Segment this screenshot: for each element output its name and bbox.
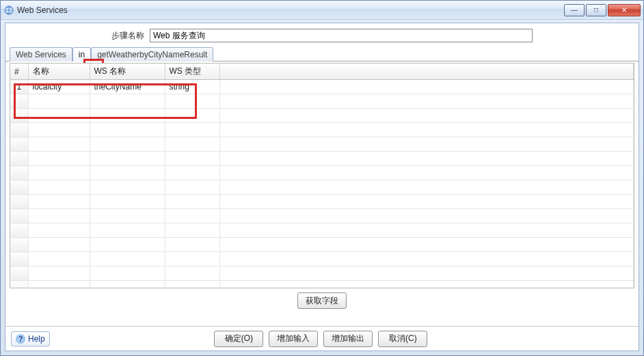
table-row[interactable]: 1 localcity theCityName string <box>10 80 634 94</box>
table-row-empty: ..... <box>10 252 634 266</box>
table-row-empty: ..... <box>10 152 634 166</box>
ok-button[interactable]: 确定(O) <box>214 331 263 347</box>
table-header-row: # 名称 WS 名称 WS 类型 <box>10 64 634 80</box>
table-row-empty: ..... <box>10 209 634 223</box>
parameters-table: # 名称 WS 名称 WS 类型 1 localcity theCityName… <box>10 64 634 288</box>
step-name-label: 步骤名称 <box>111 30 144 42</box>
add-input-button[interactable]: 增加输入 <box>269 331 318 347</box>
tab-getweather-result[interactable]: getWeatherbyCityNameResult <box>91 47 213 61</box>
cell-blank <box>219 80 634 94</box>
client-area: 步骤名称 Web Services in getWeatherbyCityNam… <box>5 23 639 351</box>
dialog-window: Web Services — □ ✕ 步骤名称 Web Services in … <box>0 0 644 356</box>
col-header-index[interactable]: # <box>10 64 28 80</box>
app-icon <box>3 5 14 16</box>
add-output-button[interactable]: 增加输出 <box>323 331 373 347</box>
table-row-empty: ..... <box>10 137 634 152</box>
step-name-input[interactable] <box>150 29 533 42</box>
cell-index: 1 <box>10 80 28 94</box>
table-row-empty: ..... <box>10 281 634 289</box>
table-row-empty: ..... <box>10 223 634 238</box>
col-header-wstype[interactable]: WS 类型 <box>165 64 219 80</box>
window-controls: — □ ✕ <box>563 4 641 16</box>
cell-wsname[interactable]: theCityName <box>90 80 165 94</box>
titlebar[interactable]: Web Services — □ ✕ <box>1 1 643 20</box>
table-row-empty: ..... <box>10 109 634 123</box>
table-row-empty: ..... <box>10 94 634 109</box>
close-button[interactable]: ✕ <box>608 4 641 16</box>
dialog-buttons: 确定(O) 增加输入 增加输出 取消(C) <box>50 331 592 347</box>
col-header-wsname[interactable]: WS 名称 <box>90 64 165 80</box>
step-name-row: 步骤名称 <box>5 23 639 46</box>
cancel-button[interactable]: 取消(C) <box>378 331 427 347</box>
tab-in[interactable]: in <box>72 47 91 61</box>
table-row-empty: ..... <box>10 238 634 252</box>
table-row-empty: ..... <box>10 195 634 209</box>
table-row-empty: ..... <box>10 266 634 281</box>
table-row-empty: ..... <box>10 166 634 180</box>
table-row-empty: ..... <box>10 123 634 137</box>
help-label: Help <box>28 334 45 344</box>
parameters-table-wrap: # 名称 WS 名称 WS 类型 1 localcity theCityName… <box>10 63 634 288</box>
tab-bar: Web Services in getWeatherbyCityNameResu… <box>5 46 639 61</box>
window-title: Web Services <box>17 5 563 15</box>
bottom-button-bar: ? Help 确定(O) 增加输入 增加输出 取消(C) <box>5 326 639 351</box>
get-fields-row: 获取字段 <box>5 288 639 313</box>
cell-wstype[interactable]: string <box>165 80 219 94</box>
minimize-button[interactable]: — <box>564 4 585 16</box>
cell-name[interactable]: localcity <box>28 80 90 94</box>
col-header-blank <box>219 64 634 80</box>
get-fields-button[interactable]: 获取字段 <box>297 292 347 309</box>
col-header-name[interactable]: 名称 <box>28 64 90 80</box>
help-icon: ? <box>16 334 25 344</box>
help-button[interactable]: ? Help <box>11 331 50 346</box>
tab-web-services[interactable]: Web Services <box>10 47 72 61</box>
table-row-empty: ..... <box>10 180 634 195</box>
maximize-button[interactable]: □ <box>586 4 606 16</box>
